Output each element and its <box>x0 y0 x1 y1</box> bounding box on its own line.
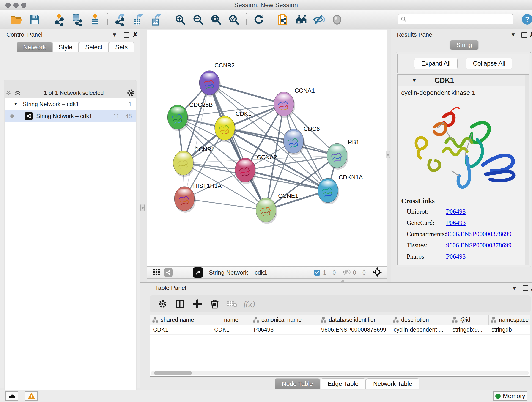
results-panel-close-icon[interactable]: ✗ <box>529 31 532 39</box>
selected-checkbox-icon[interactable] <box>314 269 320 276</box>
zoom-selected-icon[interactable] <box>227 13 241 26</box>
open-file-icon[interactable] <box>10 13 23 26</box>
tab-network[interactable]: Network <box>17 42 52 52</box>
crosslink-link[interactable]: P06493 <box>446 208 466 215</box>
table-cell[interactable]: stringdb:9... <box>450 325 489 334</box>
tab-string[interactable]: String <box>450 40 478 50</box>
maximize-window-icon[interactable] <box>21 2 26 8</box>
column-header-namespace[interactable]: namespace <box>489 315 529 325</box>
close-window-icon[interactable] <box>6 2 11 8</box>
network-node-CCNB2[interactable]: CCNB2 <box>199 62 234 97</box>
crosslink-row: Compartments:9606.ENSP00000378699 <box>407 230 529 238</box>
control-panel-tabs: NetworkStyleSelectSets <box>17 42 134 52</box>
network-edge-CCNB2-HIST1H1A[interactable] <box>184 83 209 199</box>
import-database-icon[interactable] <box>70 13 84 26</box>
delete-column-icon[interactable] <box>209 298 221 310</box>
export-network-icon[interactable] <box>113 13 127 26</box>
column-header-shared-name[interactable]: shared name <box>150 315 211 325</box>
table-cell[interactable]: CDK1 <box>150 325 211 334</box>
crosslink-link[interactable]: P06493 <box>446 253 466 260</box>
table-panel-float-icon[interactable] <box>523 285 528 292</box>
tab-network-table[interactable]: Network Table <box>366 378 419 389</box>
left-splitter-handle[interactable] <box>140 204 145 211</box>
tab-style[interactable]: Style <box>52 42 79 52</box>
expand-all-icon[interactable] <box>14 89 21 96</box>
zoom-in-icon[interactable] <box>174 13 187 26</box>
crosslink-link[interactable]: 9606.ENSP00000378699 <box>446 230 511 238</box>
network-row[interactable]: String Network – cdk1 11 48 <box>5 110 136 122</box>
first-neighbors-icon[interactable] <box>295 13 308 26</box>
expand-all-button[interactable]: Expand All <box>414 58 458 69</box>
table-panel-title: Table Panel <box>155 284 186 291</box>
memory-button[interactable]: Memory <box>493 391 527 401</box>
add-column-icon[interactable] <box>191 298 203 310</box>
show-columns-icon[interactable] <box>174 298 186 310</box>
network-node-CCNB1[interactable]: CCNB1 <box>173 146 215 177</box>
crosslink-link[interactable]: P06493 <box>446 219 466 226</box>
search-icon <box>401 16 407 22</box>
control-panel-float-icon[interactable] <box>124 32 129 39</box>
gene-collapse-icon[interactable]: ▼ <box>412 77 417 83</box>
network-options-gear-icon[interactable] <box>127 89 135 97</box>
minimize-window-icon[interactable] <box>13 2 19 8</box>
table-panel-close-icon[interactable]: ✗ <box>530 284 532 292</box>
save-session-icon[interactable] <box>28 13 41 26</box>
results-panel-float-icon[interactable] <box>521 32 527 39</box>
table-row[interactable]: CDK1CDK1P064939606.ENSP00000378699cyclin… <box>150 325 530 335</box>
network-node-CCNE1[interactable]: CCNE1 <box>256 192 298 224</box>
network-edge-HIST1H1A-CCNE1[interactable] <box>184 199 266 210</box>
refresh-icon[interactable] <box>252 13 265 26</box>
network-node-CCNA1[interactable]: CCNA1 <box>274 87 315 118</box>
column-header-@id[interactable]: @id <box>450 315 489 325</box>
tab-node-table[interactable]: Node Table <box>275 378 320 389</box>
warnings-button[interactable] <box>25 391 38 401</box>
network-canvas[interactable]: CCNB2CCNA1CDC25BCDK1CDC6RB1CCNB1CCNA2CDK… <box>147 30 387 266</box>
network-document-icon[interactable] <box>277 13 290 26</box>
network-node-CDKN1A[interactable]: CDKN1A <box>318 174 363 204</box>
network-node-RB1[interactable]: RB1 <box>327 139 360 170</box>
birdseye-grid-icon[interactable] <box>152 268 161 277</box>
network-node-HIST1H1A[interactable]: HIST1H1A <box>174 182 222 213</box>
import-table-icon[interactable] <box>89 13 102 26</box>
help-icon[interactable]: ? <box>522 14 532 25</box>
crosslink-link[interactable]: 9606.ENSP00000378699 <box>446 242 511 249</box>
table-cell[interactable]: 9606.ENSP00000378699 <box>318 325 391 334</box>
export-table-icon[interactable] <box>131 13 144 26</box>
table-cell[interactable]: CDK1 <box>211 325 251 334</box>
pan-crosshair-icon[interactable] <box>372 267 382 278</box>
control-panel-menu-icon[interactable]: ▼ <box>112 32 117 38</box>
search-field[interactable] <box>398 14 513 24</box>
hide-selected-icon[interactable] <box>312 13 326 26</box>
column-network-icon <box>152 317 158 323</box>
tab-edge-table[interactable]: Edge Table <box>321 378 366 389</box>
control-panel-close-icon[interactable]: ✗ <box>133 31 138 39</box>
export-image-icon[interactable] <box>149 13 162 26</box>
tab-sets[interactable]: Sets <box>109 42 134 52</box>
table-cell[interactable]: stringdb <box>489 325 529 334</box>
zoom-fit-icon[interactable] <box>209 13 223 26</box>
table-panel-menu-icon[interactable]: ▼ <box>512 285 517 291</box>
collapse-all-button[interactable]: Collapse All <box>466 58 512 69</box>
show-all-icon[interactable] <box>330 13 344 26</box>
tab-select[interactable]: Select <box>79 42 109 52</box>
table-horizontal-scrollbar[interactable] <box>151 371 529 375</box>
right-splitter-handle[interactable] <box>386 151 390 158</box>
network-collection-row[interactable]: ▼ String Network – cdk1 1 <box>5 98 136 110</box>
table-cell[interactable]: cyclin-dependent ... <box>391 325 450 334</box>
collection-expand-icon[interactable]: ▼ <box>13 102 18 107</box>
search-input[interactable] <box>407 16 508 23</box>
results-panel-menu-icon[interactable]: ▼ <box>510 32 516 38</box>
column-header-canonical-name[interactable]: canonical name <box>251 315 318 325</box>
import-network-icon[interactable] <box>53 13 66 26</box>
table-cell[interactable]: P06493 <box>251 325 318 334</box>
network-badge-icon[interactable] <box>164 268 172 277</box>
table-options-gear-icon[interactable] <box>157 298 168 310</box>
cloud-status-button[interactable] <box>5 391 18 401</box>
column-header-name[interactable]: name <box>211 315 251 325</box>
zoom-out-icon[interactable] <box>191 13 205 26</box>
results-scrollbar[interactable] <box>525 75 529 265</box>
column-header-database-identifier[interactable]: database identifier <box>318 315 391 325</box>
column-header-description[interactable]: description <box>391 315 450 325</box>
collapse-all-icon[interactable] <box>5 89 12 96</box>
detach-view-icon[interactable] <box>193 268 203 278</box>
